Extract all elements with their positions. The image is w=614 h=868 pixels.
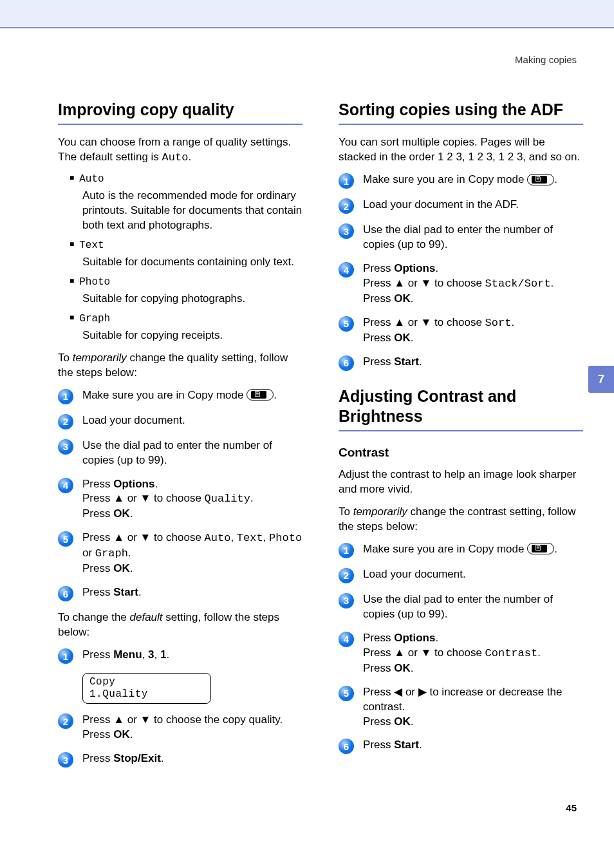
step-number-icon: 5 bbox=[339, 686, 354, 701]
text-mono: Sort bbox=[485, 317, 512, 329]
lcd-line: Copy bbox=[89, 676, 204, 688]
step-number-icon: 3 bbox=[339, 223, 354, 239]
step: 3 Use the dial pad to enter the number o… bbox=[339, 592, 583, 622]
step-text: Press ▲ or ▼ to choose the copy quality.… bbox=[82, 713, 302, 742]
lcd-line: 1.Quality bbox=[89, 688, 204, 701]
text: . bbox=[537, 646, 541, 659]
step-number-icon: 1 bbox=[58, 389, 73, 404]
step-text: Make sure you are in Copy mode . bbox=[82, 388, 302, 403]
text: . bbox=[554, 173, 557, 185]
text: , bbox=[154, 648, 160, 661]
step-text: Press Stop/Exit. bbox=[82, 751, 302, 766]
intro-paragraph: You can choose from a range of quality s… bbox=[58, 135, 302, 165]
bullet-head-text: Text bbox=[70, 240, 302, 251]
text: Press ▲ or ▼ to choose the copy quality.… bbox=[82, 713, 283, 741]
text: . bbox=[250, 492, 254, 504]
text: Press bbox=[82, 478, 113, 490]
step-number-icon: 6 bbox=[339, 739, 354, 754]
chapter-tab: 7 bbox=[588, 366, 614, 393]
temporary-note: To temporarily change the quality settin… bbox=[58, 351, 302, 381]
page-number: 45 bbox=[58, 802, 583, 813]
step: 2 Load your document in the ADF. bbox=[339, 198, 583, 214]
list-item: Auto Auto is the recommended mode for or… bbox=[70, 173, 302, 233]
text: Make sure you are in Copy mode bbox=[363, 543, 527, 555]
bullet-body: Auto is the recommended mode for ordinar… bbox=[82, 189, 302, 233]
list-item: Photo Suitable for copying photographs. bbox=[70, 276, 302, 307]
text: . bbox=[154, 478, 158, 490]
default-note: To change the default setting, follow th… bbox=[58, 610, 302, 640]
text: Press bbox=[82, 648, 113, 661]
text: . bbox=[511, 316, 514, 328]
steps-contrast: 1 Make sure you are in Copy mode . 2 Loa… bbox=[339, 542, 583, 755]
step-text: Make sure you are in Copy mode . bbox=[363, 542, 583, 557]
step-text: Use the dial pad to enter the number of … bbox=[363, 223, 583, 252]
steps-default-quality: 1 Press Menu, 3, 1. bbox=[58, 648, 302, 664]
lcd-display: Copy 1.Quality bbox=[82, 673, 211, 704]
step-number-icon: 6 bbox=[339, 355, 354, 371]
step-text: Press ▲ or ▼ to choose Sort. Press OK. bbox=[363, 316, 583, 346]
text-mono: Quality bbox=[205, 493, 250, 505]
step-number-icon: 2 bbox=[58, 713, 73, 729]
text-bold: OK bbox=[113, 507, 130, 520]
text: Press ▲ or ▼ to choose bbox=[82, 492, 205, 504]
step-text: Make sure you are in Copy mode . bbox=[363, 173, 583, 187]
text: . bbox=[128, 547, 131, 559]
breadcrumb: Making copies bbox=[58, 54, 583, 65]
text: or bbox=[82, 547, 95, 559]
step: 1 Make sure you are in Copy mode . bbox=[339, 542, 583, 558]
steps-sort-adf: 1 Make sure you are in Copy mode . 2 Loa… bbox=[339, 173, 583, 371]
step-number-icon: 5 bbox=[339, 316, 354, 332]
text: Make sure you are in Copy mode bbox=[363, 173, 527, 185]
step-text: Press Start. bbox=[363, 355, 583, 370]
bullet-head-graph: Graph bbox=[70, 313, 302, 325]
step-number-icon: 5 bbox=[58, 531, 73, 547]
step: 4 Press Options. Press ▲ or ▼ to choose … bbox=[339, 631, 583, 676]
text-bold: Start bbox=[113, 586, 138, 598]
text: Press bbox=[363, 332, 394, 344]
text: Press bbox=[363, 632, 394, 644]
step: 2 Load your document. bbox=[339, 567, 583, 583]
text: . bbox=[435, 262, 438, 274]
text: . bbox=[554, 543, 557, 555]
text-mono: Contrast bbox=[485, 647, 538, 659]
step-text: Press Options. Press ▲ or ▼ to choose St… bbox=[363, 261, 583, 307]
text-mono: Photo bbox=[269, 532, 302, 544]
step-number-icon: 2 bbox=[58, 414, 73, 429]
text: . bbox=[188, 151, 191, 163]
text: Press ◀ or ▶ to increase or decrease the… bbox=[363, 686, 562, 713]
bullet-head-photo: Photo bbox=[70, 276, 302, 288]
step-text: Press ▲ or ▼ to choose Auto, Text, Photo… bbox=[82, 531, 302, 576]
step-number-icon: 2 bbox=[339, 198, 354, 214]
step: 6 Press Start. bbox=[58, 585, 302, 601]
text-bold: OK bbox=[113, 562, 130, 574]
step-text: Press Menu, 3, 1. bbox=[82, 648, 302, 663]
text-bold: OK bbox=[394, 332, 411, 344]
step-text: Load your document. bbox=[363, 567, 583, 582]
quality-options-list: Auto Auto is the recommended mode for or… bbox=[70, 173, 302, 343]
text-mono: Text bbox=[237, 532, 263, 544]
text-mono: Graph bbox=[95, 547, 128, 560]
text: . bbox=[411, 715, 414, 728]
page-body: Making copies 7 Improving copy quality Y… bbox=[0, 28, 614, 839]
step: 5 Press ▲ or ▼ to choose Auto, Text, Pho… bbox=[58, 531, 302, 576]
text-bold: Options bbox=[113, 478, 154, 490]
text: , bbox=[263, 531, 269, 543]
step: 5 Press ◀ or ▶ to increase or decrease t… bbox=[339, 685, 583, 730]
left-column: Improving copy quality You can choose fr… bbox=[58, 100, 302, 777]
text-bold: Start bbox=[394, 355, 419, 368]
step: 1 Make sure you are in Copy mode . bbox=[58, 388, 302, 404]
text: Press bbox=[82, 586, 113, 598]
step-number-icon: 3 bbox=[58, 752, 73, 768]
step-number-icon: 4 bbox=[339, 632, 354, 647]
step-text: Press Start. bbox=[82, 585, 302, 600]
step-number-icon: 2 bbox=[339, 568, 354, 583]
text-bold: Stop/Exit bbox=[113, 752, 161, 764]
step: 2 Load your document. bbox=[58, 413, 302, 429]
text: Press ▲ or ▼ to choose bbox=[82, 531, 205, 543]
text: . bbox=[435, 632, 438, 644]
text-bold: OK bbox=[113, 728, 130, 741]
text: Press ▲ or ▼ to choose bbox=[363, 277, 485, 289]
step-number-icon: 4 bbox=[58, 478, 73, 493]
text: To bbox=[58, 352, 73, 364]
text: . bbox=[138, 586, 142, 598]
